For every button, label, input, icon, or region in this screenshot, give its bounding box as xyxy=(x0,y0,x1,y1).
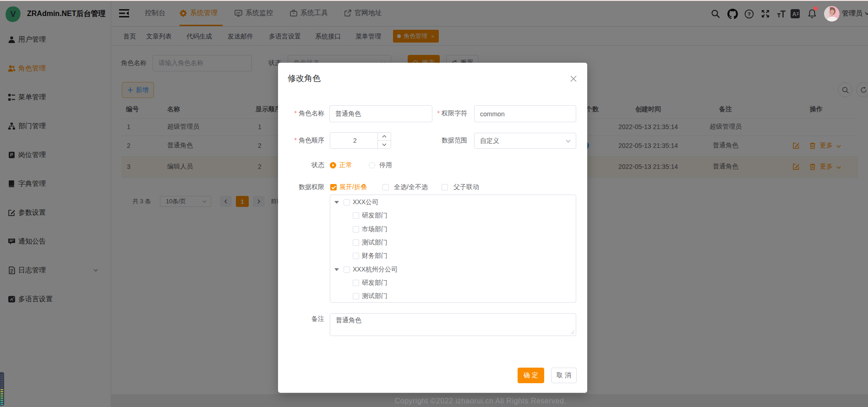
edit-role-dialog: 修改角色 *角色名称 普通角色 *权限字符 common *角色顺序 2 数据范… xyxy=(278,63,587,393)
role-order-stepper[interactable]: 2 xyxy=(330,132,391,149)
notification-badge xyxy=(813,6,818,11)
tree-node[interactable]: 测试部门 xyxy=(330,236,576,249)
radio-disabled[interactable] xyxy=(369,162,375,168)
label-text: 权限字符 xyxy=(442,109,467,117)
data-scope-label: 数据范围 xyxy=(442,136,467,145)
checkbox-parent-child-label[interactable]: 父子联动 xyxy=(453,183,479,191)
role-name-field[interactable]: 普通角色 xyxy=(329,105,432,122)
chevron-down-icon xyxy=(565,138,571,144)
label-text: 角色顺序 xyxy=(299,136,324,144)
tree-checkbox[interactable] xyxy=(353,253,359,259)
tree-checkbox[interactable] xyxy=(353,280,359,286)
tree-checkbox[interactable] xyxy=(353,293,359,299)
field-value: 普通角色 xyxy=(335,110,361,118)
field-value: 自定义 xyxy=(480,137,499,145)
tree-node-label[interactable]: 测试部门 xyxy=(362,292,388,300)
required-asterisk: * xyxy=(295,136,297,144)
tree-node[interactable]: 财务部门 xyxy=(330,249,576,262)
tree-node-label[interactable]: 测试部门 xyxy=(362,239,388,247)
tree-caret-icon[interactable] xyxy=(334,268,339,271)
tree-node-label[interactable]: XXX公司 xyxy=(353,198,378,206)
avatar[interactable] xyxy=(824,6,840,22)
remark-textarea[interactable]: 普通角色 xyxy=(330,313,576,336)
radio-disabled-label[interactable]: 停用 xyxy=(379,161,392,169)
status-label: 状态 xyxy=(311,161,324,169)
checkbox-select-all[interactable] xyxy=(382,184,389,190)
tree-node[interactable]: 研发部门 xyxy=(330,276,576,289)
tree-node-label[interactable]: 研发部门 xyxy=(362,279,388,287)
tree-node[interactable]: XXX杭州分公司 xyxy=(330,263,576,276)
tree-checkbox[interactable] xyxy=(344,266,350,273)
confirm-button[interactable]: 确 定 xyxy=(518,368,544,383)
role-name-label: *角色名称 xyxy=(295,109,324,118)
copyright: Copyright ©2022 izhaorui.cn All Rights R… xyxy=(395,397,567,405)
tree-node-label[interactable]: 财务部门 xyxy=(362,252,388,260)
screen: V ZRAdmin.NET后台管理 用户管理 角色管理 菜单管理 部门管理 岗位… xyxy=(0,0,868,407)
role-order-label: *角色顺序 xyxy=(295,136,324,145)
tree-checkbox[interactable] xyxy=(344,199,350,206)
tree-checkbox[interactable] xyxy=(353,212,359,219)
checkbox-select-all-label[interactable]: 全选/全不选 xyxy=(394,183,428,191)
cancel-button[interactable]: 取 消 xyxy=(551,368,577,383)
field-value: common xyxy=(480,110,505,118)
increment-button[interactable] xyxy=(378,133,391,141)
remark-label: 备注 xyxy=(311,315,324,323)
close-icon[interactable] xyxy=(569,75,578,83)
tree-node-label[interactable]: 市场部门 xyxy=(362,225,388,233)
resize-grip[interactable] xyxy=(571,331,574,334)
decrement-button[interactable] xyxy=(378,141,391,148)
checkbox-expand-label[interactable]: 展开/折叠 xyxy=(339,183,367,191)
field-value: 2 xyxy=(353,137,357,144)
tree-node-label[interactable]: 研发部门 xyxy=(362,212,388,220)
required-asterisk: * xyxy=(295,109,297,117)
tree-checkbox[interactable] xyxy=(353,239,359,246)
role-key-field[interactable]: common xyxy=(474,105,576,122)
dept-tree: XXX公司 研发部门 市场部门 测试部门 财务部门 XXX杭州分公司 xyxy=(330,195,576,303)
role-key-label: *权限字符 xyxy=(437,109,467,118)
stepper-controls xyxy=(377,133,391,148)
tree-node[interactable]: XXX公司 xyxy=(330,195,576,209)
data-perm-label: 数据权限 xyxy=(299,183,324,191)
tree-node[interactable]: 测试部门 xyxy=(330,289,576,303)
field-value: 普通角色 xyxy=(336,316,361,325)
tree-node-label[interactable]: XXX杭州分公司 xyxy=(353,266,398,274)
dialog-title: 修改角色 xyxy=(288,73,321,84)
label-text: 角色名称 xyxy=(299,109,324,117)
radio-normal[interactable] xyxy=(330,162,336,168)
tree-caret-icon[interactable] xyxy=(334,201,339,204)
tree-node[interactable]: 研发部门 xyxy=(330,209,576,222)
window-top-strip xyxy=(0,0,868,1)
checkbox-expand[interactable] xyxy=(330,184,337,190)
radio-normal-label[interactable]: 正常 xyxy=(339,161,352,169)
data-scope-select[interactable]: 自定义 xyxy=(474,133,576,149)
minimap-widget xyxy=(0,372,4,406)
tree-checkbox[interactable] xyxy=(353,226,359,233)
required-asterisk: * xyxy=(437,109,440,117)
checkbox-parent-child[interactable] xyxy=(442,184,448,190)
tree-node[interactable]: 市场部门 xyxy=(330,222,576,236)
